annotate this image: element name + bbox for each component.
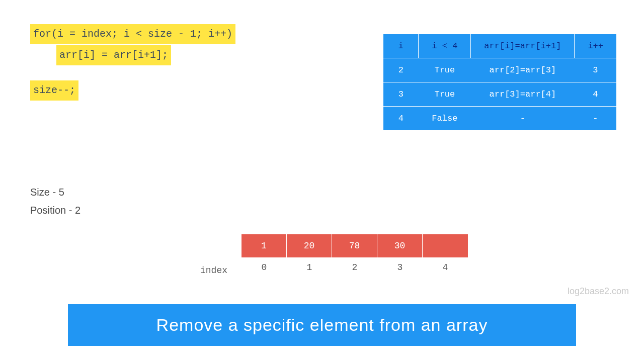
- index-cell: 0: [242, 262, 287, 273]
- index-cell: 2: [332, 262, 377, 273]
- header-cond: i < 4: [419, 34, 471, 58]
- index-cell: 3: [377, 262, 423, 273]
- code-line-assign: arr[i] = arr[i+1];: [56, 45, 171, 65]
- table-row: 4 False - -: [383, 107, 616, 131]
- index-row: 0 1 2 3 4: [242, 262, 468, 273]
- code-line-for: for(i = index; i < size - 1; i++): [30, 24, 235, 44]
- info-block: Size - 5 Position - 2: [30, 183, 80, 219]
- trace-table: i i < 4 arr[i]=arr[i+1] i++ 2 True arr[2…: [383, 34, 616, 130]
- table-header-row: i i < 4 arr[i]=arr[i+1] i++: [383, 34, 616, 58]
- index-cell: 1: [287, 262, 332, 273]
- code-line-decrement: size--;: [30, 80, 78, 101]
- header-i: i: [383, 34, 419, 58]
- title-bar: Remove a specific element from an array: [68, 304, 576, 346]
- array-cell: 78: [332, 234, 377, 257]
- array-cell: 30: [377, 234, 423, 257]
- array-cell: [423, 234, 468, 257]
- table-row: 2 True arr[2]=arr[3] 3: [383, 58, 616, 82]
- array-cell: 1: [242, 234, 287, 257]
- index-cell: 4: [423, 262, 468, 273]
- position-label: Position - 2: [30, 201, 80, 219]
- watermark: log2base2.com: [568, 286, 629, 297]
- array-cell: 20: [287, 234, 332, 257]
- code-block: for(i = index; i < size - 1; i++) arr[i]…: [30, 24, 235, 101]
- array-cells: 1 20 78 30: [242, 234, 468, 257]
- header-assign: arr[i]=arr[i+1]: [471, 34, 575, 58]
- table-row: 3 True arr[3]=arr[4] 4: [383, 82, 616, 107]
- header-inc: i++: [575, 34, 616, 58]
- index-caption: index: [200, 265, 227, 276]
- size-label: Size - 5: [30, 183, 80, 201]
